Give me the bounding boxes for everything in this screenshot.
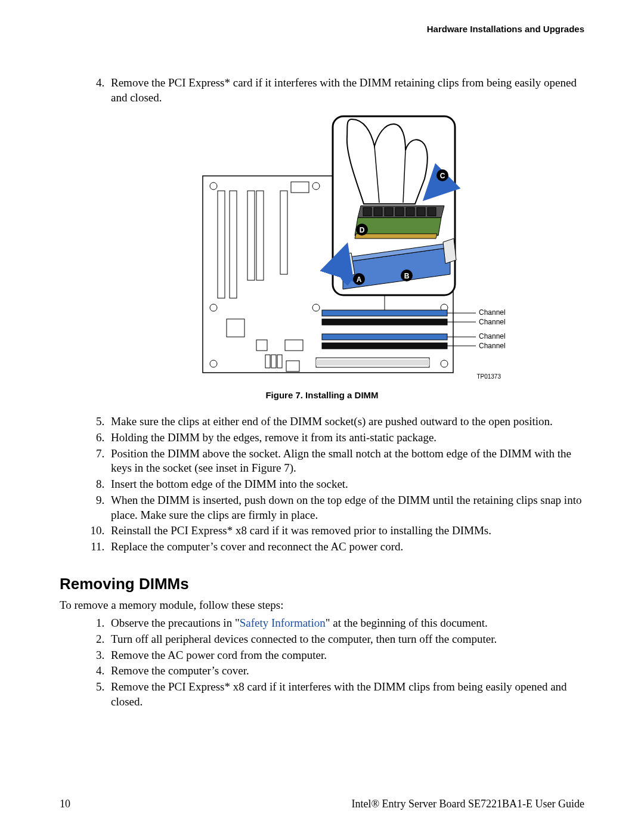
install-step-7: Position the DIMM above the socket. Alig… xyxy=(107,447,584,476)
remove-step-4: Remove the computer’s cover. xyxy=(107,664,584,679)
install-steps-list-top: Remove the PCI Express* card if it inter… xyxy=(60,76,584,105)
figure-7-caption: Figure 7. Installing a DIMM xyxy=(60,390,584,400)
svg-rect-8 xyxy=(218,191,225,298)
svg-rect-25 xyxy=(322,319,447,325)
slot-label-a1: Channel A, DIMM 1 xyxy=(479,318,507,326)
svg-rect-40 xyxy=(406,208,414,216)
svg-rect-39 xyxy=(395,208,404,216)
install-step-11: Replace the computer’s cover and reconne… xyxy=(107,540,584,555)
install-step-5: Make sure the clips at either end of the… xyxy=(107,414,584,429)
svg-rect-14 xyxy=(227,319,244,337)
remove-step-1-post: " at the beginning of this document. xyxy=(326,617,488,629)
svg-rect-29 xyxy=(322,343,447,349)
install-step-8: Insert the bottom edge of the DIMM into … xyxy=(107,477,584,492)
svg-rect-42 xyxy=(428,208,436,216)
svg-rect-13 xyxy=(291,182,309,193)
svg-point-3 xyxy=(210,304,217,311)
running-header: Hardware Installations and Upgrades xyxy=(60,24,584,34)
remove-step-5: Remove the PCI Express* x8 card if it in… xyxy=(107,680,584,709)
callout-D: D xyxy=(360,226,365,234)
svg-point-2 xyxy=(312,182,320,190)
install-steps-list-bottom: Make sure the clips at either end of the… xyxy=(60,414,584,554)
install-step-4: Remove the PCI Express* card if it inter… xyxy=(107,76,584,105)
safety-information-link[interactable]: Safety Information xyxy=(240,617,326,629)
svg-rect-37 xyxy=(374,208,382,216)
svg-point-1 xyxy=(210,182,217,190)
slot-label-b0: Channel B, DIMM 0 xyxy=(479,332,507,340)
figure-7: Channel A, DIMM 0 Channel A, DIMM 1 Chan… xyxy=(60,113,584,400)
remove-step-3: Remove the AC power cord from the comput… xyxy=(107,648,584,663)
svg-rect-18 xyxy=(271,355,276,368)
callout-B: B xyxy=(404,272,410,280)
svg-point-6 xyxy=(210,360,217,367)
svg-rect-41 xyxy=(417,208,425,216)
remove-step-2: Turn off all peripheral devices connecte… xyxy=(107,632,584,647)
page-container: Hardware Installations and Upgrades Remo… xyxy=(0,0,644,833)
svg-rect-36 xyxy=(363,208,371,216)
svg-rect-12 xyxy=(280,191,287,274)
svg-rect-19 xyxy=(277,355,282,368)
svg-rect-20 xyxy=(286,361,299,371)
page-footer: 10 Intel® Entry Server Board SE7221BA1-E… xyxy=(60,798,584,810)
slot-label-b1: Channel B, DIMM 1 xyxy=(479,342,507,350)
svg-rect-38 xyxy=(385,208,393,216)
svg-rect-10 xyxy=(247,191,255,280)
svg-rect-15 xyxy=(256,340,267,351)
svg-marker-43 xyxy=(355,218,441,236)
slot-label-a0: Channel A, DIMM 0 xyxy=(479,308,507,317)
svg-rect-16 xyxy=(285,340,303,351)
svg-marker-48 xyxy=(443,239,456,264)
removing-steps-list: Observe the precautions in "Safety Infor… xyxy=(60,616,584,709)
svg-rect-23 xyxy=(322,310,447,316)
svg-rect-22 xyxy=(316,360,429,366)
figure-ref-id: TP01373 xyxy=(476,373,501,380)
guide-title: Intel® Entry Server Board SE7221BA1-E Us… xyxy=(351,798,584,810)
install-step-6: Holding the DIMM by the edges, remove it… xyxy=(107,431,584,445)
install-step-9: When the DIMM is inserted, push down on … xyxy=(107,493,584,522)
svg-rect-11 xyxy=(256,191,264,280)
callout-C: C xyxy=(440,172,445,180)
page-number: 10 xyxy=(60,798,70,810)
callout-A: A xyxy=(357,275,362,284)
remove-step-1: Observe the precautions in "Safety Infor… xyxy=(107,616,584,631)
svg-point-7 xyxy=(441,360,448,367)
figure-7-diagram: Channel A, DIMM 0 Channel A, DIMM 1 Chan… xyxy=(137,113,507,384)
svg-rect-27 xyxy=(322,334,447,340)
svg-marker-44 xyxy=(355,234,437,239)
removing-intro: To remove a memory module, follow these … xyxy=(60,598,584,613)
svg-rect-9 xyxy=(230,191,237,298)
remove-step-1-pre: Observe the precautions in " xyxy=(111,617,240,629)
svg-rect-17 xyxy=(265,355,270,368)
removing-dimms-heading: Removing DIMMs xyxy=(60,575,584,593)
svg-point-4 xyxy=(312,304,320,311)
install-step-10: Reinstall the PCI Express* x8 card if it… xyxy=(107,524,584,538)
